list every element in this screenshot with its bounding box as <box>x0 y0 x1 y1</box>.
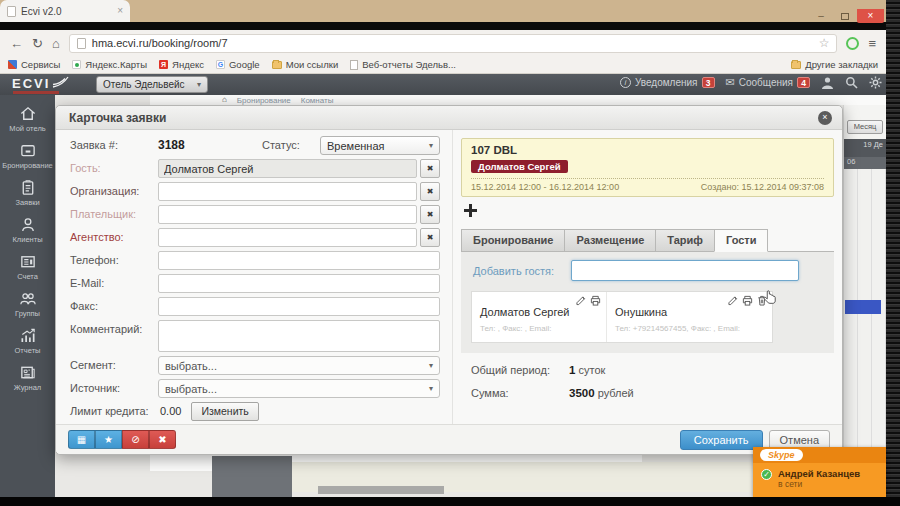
browser-tab[interactable]: Ecvi v2.0 × <box>0 0 130 22</box>
bookmark-item[interactable]: Веб-отчеты Эдельв... <box>350 59 456 70</box>
agency-row: Агентство: ✖ <box>70 228 440 247</box>
tab-close-icon[interactable]: × <box>117 6 123 16</box>
hotel-selector[interactable]: Отель Эдельвейс ▾ <box>96 76 208 93</box>
save-button[interactable]: Сохранить <box>680 430 763 450</box>
sidebar-item-booking[interactable]: Бронирование <box>0 137 55 174</box>
user-icon[interactable] <box>821 76 834 89</box>
chevron-down-icon: ▾ <box>429 141 433 150</box>
bookmark-label: Google <box>229 59 260 70</box>
tab-booking[interactable]: Бронирование <box>461 229 564 252</box>
clear-icon[interactable]: ✖ <box>420 228 440 247</box>
bookmark-item[interactable]: Мои ссылки <box>272 59 339 70</box>
bookmark-star-icon[interactable]: ☆ <box>819 36 830 50</box>
clear-icon[interactable]: ✖ <box>420 182 440 201</box>
add-guest-input[interactable] <box>571 260 799 281</box>
tab-placement[interactable]: Размещение <box>564 229 655 252</box>
block-button[interactable]: ⊘ <box>122 430 149 449</box>
notifications-button[interactable]: i Уведомления 3 <box>620 77 715 88</box>
sidebar-item-label: Клиенты <box>12 235 42 244</box>
favorite-button[interactable]: ★ <box>95 430 122 449</box>
bookmark-item[interactable]: Сервисы <box>8 59 60 70</box>
payer-field[interactable] <box>158 205 417 224</box>
notifications-badge: 3 <box>702 77 715 88</box>
window-minimize-icon[interactable]: – <box>809 9 833 23</box>
booking-tabs: Бронирование Размещение Тариф Гости <box>461 229 834 252</box>
messages-button[interactable]: ✉ Сообщения 4 <box>726 76 811 89</box>
tab-guests[interactable]: Гости <box>714 229 769 252</box>
extension-icon[interactable] <box>846 37 859 50</box>
organization-field[interactable] <box>158 182 417 201</box>
bookmark-item[interactable]: Яндекс.Карты <box>72 59 147 70</box>
guest-label[interactable]: Гость: <box>70 159 158 174</box>
window-close-icon[interactable]: × <box>857 9 884 23</box>
payer-label[interactable]: Плательщик: <box>70 205 158 220</box>
sidebar-item-requests[interactable]: Заявки <box>0 174 55 211</box>
back-icon[interactable]: ← <box>10 36 23 51</box>
sidebar-item-label: Заявки <box>15 198 39 207</box>
source-row: Источник: выбрать... ▾ <box>70 379 440 398</box>
tab-tariff[interactable]: Тариф <box>655 229 714 252</box>
clear-icon[interactable]: ✖ <box>420 205 440 224</box>
clear-icon[interactable]: ✖ <box>420 159 440 178</box>
window-maximize-icon[interactable] <box>833 9 857 23</box>
edit-icon[interactable] <box>576 295 586 306</box>
organization-label[interactable]: Организация: <box>70 182 158 197</box>
skype-notification[interactable]: Skype ✓ Андрей Казанцев в сети <box>753 447 886 497</box>
gear-icon[interactable] <box>869 76 882 89</box>
breadcrumb-item[interactable]: Комнаты <box>301 96 334 105</box>
guest-field[interactable] <box>158 159 417 178</box>
delete-button[interactable]: ✖ <box>149 430 176 449</box>
edit-icon[interactable] <box>728 295 738 306</box>
sidebar-item-my-hotel[interactable]: Мой отель <box>0 100 55 137</box>
phone-field[interactable] <box>158 251 440 270</box>
browser-tab-bar <box>0 0 886 22</box>
fax-row: Факс: <box>70 297 440 316</box>
skype-logo: Skype <box>760 449 803 461</box>
segment-label: Сегмент: <box>70 356 158 371</box>
breadcrumb-home-icon[interactable]: ⌂ <box>222 96 227 104</box>
month-view-button[interactable]: Месяц <box>847 120 883 134</box>
sidebar-item-reports[interactable]: Отчеты <box>0 322 55 359</box>
change-credit-button[interactable]: Изменить <box>191 402 258 421</box>
cursor-hand-icon <box>762 290 776 310</box>
add-room-icon[interactable] <box>464 204 477 217</box>
menu-icon[interactable]: ≡ <box>868 36 876 51</box>
bookmark-item[interactable]: GGoogle <box>216 59 260 70</box>
search-icon[interactable] <box>845 76 858 89</box>
modal-header: Карточка заявки <box>56 106 842 130</box>
print-icon[interactable] <box>742 295 753 306</box>
booking-dates-row: 15.12.2014 12:00 - 16.12.2014 12:00 Созд… <box>471 182 824 192</box>
refresh-icon[interactable]: ↻ <box>32 36 43 51</box>
other-bookmarks[interactable]: Другие закладки <box>791 59 878 70</box>
modal-close-icon[interactable]: × <box>818 111 832 125</box>
sidebar-item-groups[interactable]: Группы <box>0 285 55 322</box>
sidebar-item-invoices[interactable]: Счета <box>0 248 55 285</box>
skype-contact-name: Андрей Казанцев <box>778 468 860 479</box>
source-select[interactable]: выбрать... ▾ <box>158 379 440 398</box>
sum-unit: рублей <box>598 387 634 399</box>
fax-field[interactable] <box>158 297 440 316</box>
status-select[interactable]: Временная ▾ <box>320 136 440 155</box>
breadcrumb-item[interactable]: Бронирование <box>237 96 291 105</box>
segment-select[interactable]: выбрать... ▾ <box>158 356 440 375</box>
email-field[interactable] <box>158 274 440 293</box>
people-icon <box>18 290 38 307</box>
agency-label[interactable]: Агентство: <box>70 228 158 243</box>
sidebar-item-journal[interactable]: Журнал <box>0 359 55 396</box>
home-icon[interactable]: ⌂ <box>52 36 60 51</box>
agency-field[interactable] <box>158 228 417 247</box>
url-text: hma.ecvi.ru/booking/room/7 <box>92 37 228 49</box>
table-view-button[interactable]: ▦ <box>68 430 95 449</box>
guest-badge[interactable]: Долматов Сергей <box>471 160 568 173</box>
person-icon <box>18 216 38 233</box>
comment-field[interactable] <box>158 320 440 352</box>
online-status-icon: ✓ <box>761 469 772 480</box>
info-icon: i <box>620 77 631 88</box>
guest-contacts: Тел: , Факс: , Email: <box>480 322 598 336</box>
print-icon[interactable] <box>590 295 601 306</box>
messages-label: Сообщения <box>739 77 793 88</box>
sidebar-item-clients[interactable]: Клиенты <box>0 211 55 248</box>
address-bar[interactable]: hma.ecvi.ru/booking/room/7 ☆ <box>69 34 838 53</box>
comment-label: Комментарий: <box>70 320 158 335</box>
bookmark-item[interactable]: ЯЯндекс <box>159 59 204 70</box>
